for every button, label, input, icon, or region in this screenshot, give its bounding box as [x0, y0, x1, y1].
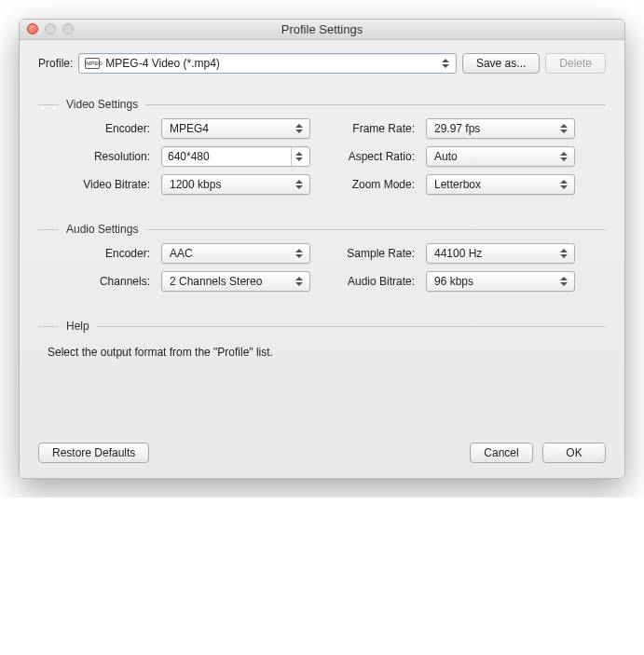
ok-button[interactable]: OK: [542, 443, 606, 463]
dropdown-arrows-icon: [293, 121, 306, 136]
channels-select[interactable]: 2 Channels Stereo: [161, 271, 310, 292]
close-icon[interactable]: [27, 23, 38, 34]
audio-bitrate-select[interactable]: 96 kbps: [426, 271, 575, 292]
dropdown-arrows-icon: [293, 274, 306, 289]
group-heading: Help: [38, 320, 606, 333]
dropdown-arrows-icon: [293, 177, 306, 192]
restore-defaults-button[interactable]: Restore Defaults: [38, 443, 149, 463]
window-title: Profile Settings: [281, 22, 363, 36]
audio-encoder-select[interactable]: AAC: [161, 243, 310, 264]
dropdown-arrows-icon: [439, 56, 452, 71]
footer: Restore Defaults Cancel OK: [38, 443, 606, 463]
sample-rate-select[interactable]: 44100 Hz: [426, 243, 575, 264]
group-heading: Video Settings: [38, 98, 606, 111]
resolution-label: Resolution:: [48, 150, 150, 163]
dropdown-arrows-icon: [293, 149, 306, 164]
dropdown-arrows-icon: [557, 246, 570, 261]
help-text: Select the output format from the "Profi…: [38, 340, 606, 359]
audio-encoder-value: AAC: [170, 247, 193, 260]
delete-button: Delete: [545, 53, 606, 74]
aspect-ratio-label: Aspect Ratio:: [322, 150, 415, 163]
video-encoder-select[interactable]: MPEG4: [161, 118, 310, 139]
profile-label: Profile:: [38, 57, 73, 70]
video-settings-title: Video Settings: [66, 98, 138, 111]
window-content: Profile: MPEG MPEG-4 Video (*.mp4) Save …: [20, 40, 624, 478]
resolution-value: 640*480: [168, 150, 210, 163]
channels-value: 2 Channels Stereo: [170, 275, 262, 288]
dropdown-arrows-icon: [557, 149, 570, 164]
encoder-label: Encoder:: [48, 122, 150, 135]
dropdown-arrows-icon: [557, 274, 570, 289]
video-encoder-value: MPEG4: [170, 122, 209, 135]
mpeg-format-icon: MPEG: [85, 58, 100, 69]
audio-bitrate-label: Audio Bitrate:: [322, 275, 415, 288]
group-heading: Audio Settings: [38, 223, 606, 236]
video-bitrate-select[interactable]: 1200 kbps: [161, 174, 310, 195]
profile-settings-window: Profile Settings Profile: MPEG MPEG-4 Vi…: [19, 19, 625, 479]
titlebar: Profile Settings: [20, 20, 624, 40]
frame-rate-select[interactable]: 29.97 fps: [426, 118, 575, 139]
resolution-combo[interactable]: 640*480: [161, 146, 310, 167]
video-bitrate-value: 1200 kbps: [170, 178, 221, 191]
help-group: Help Select the output format from the "…: [38, 320, 606, 359]
dropdown-arrows-icon: [293, 246, 306, 261]
zoom-mode-select[interactable]: Letterbox: [426, 174, 575, 195]
sample-rate-value: 44100 Hz: [434, 247, 482, 260]
window-controls: [27, 23, 74, 34]
sample-rate-label: Sample Rate:: [322, 247, 415, 260]
profile-row: Profile: MPEG MPEG-4 Video (*.mp4) Save …: [38, 53, 606, 74]
frame-rate-label: Frame Rate:: [322, 122, 415, 135]
zoom-mode-value: Letterbox: [434, 178, 481, 191]
audio-settings-title: Audio Settings: [66, 223, 138, 236]
video-bitrate-label: Video Bitrate:: [48, 178, 150, 191]
zoom-icon: [62, 23, 74, 34]
audio-bitrate-value: 96 kbps: [434, 275, 473, 288]
profile-value: MPEG-4 Video (*.mp4): [105, 57, 220, 70]
dropdown-arrows-icon: [557, 177, 570, 192]
video-settings-group: Video Settings Encoder: MPEG4 Frame Rate…: [38, 98, 606, 195]
dropdown-arrows-icon: [557, 121, 570, 136]
aspect-ratio-value: Auto: [434, 150, 458, 163]
audio-settings-group: Audio Settings Encoder: AAC Sample Rate:…: [38, 223, 606, 292]
zoom-mode-label: Zoom Mode:: [322, 178, 415, 191]
audio-encoder-label: Encoder:: [48, 247, 150, 260]
minimize-icon: [45, 23, 56, 34]
channels-label: Channels:: [48, 275, 150, 288]
help-title: Help: [66, 320, 89, 333]
save-as-button[interactable]: Save as...: [462, 53, 540, 74]
cancel-button[interactable]: Cancel: [470, 443, 533, 463]
frame-rate-value: 29.97 fps: [434, 122, 480, 135]
profile-select[interactable]: MPEG MPEG-4 Video (*.mp4): [78, 53, 457, 74]
aspect-ratio-select[interactable]: Auto: [426, 146, 575, 167]
